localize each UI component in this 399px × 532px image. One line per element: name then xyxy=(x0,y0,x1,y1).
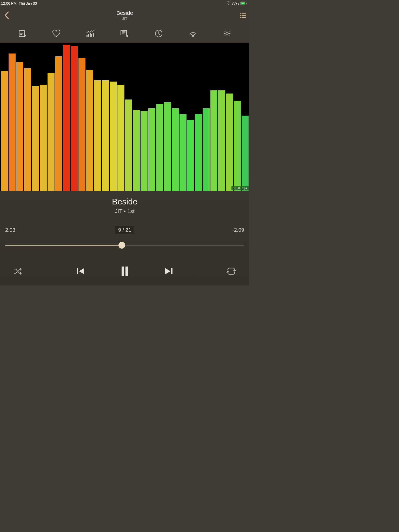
visualizer-bar xyxy=(187,120,194,191)
svg-rect-29 xyxy=(122,267,124,276)
toolbar xyxy=(0,24,249,43)
svg-rect-17 xyxy=(90,33,91,37)
status-time: 12:06 PM xyxy=(1,1,17,5)
visualizer-bar xyxy=(133,110,140,191)
track-title: Beside xyxy=(5,197,244,207)
visualizer-bar xyxy=(110,82,117,191)
visualizer-bar xyxy=(94,80,101,191)
visualizer-bar xyxy=(78,58,85,191)
svg-rect-6 xyxy=(242,15,246,16)
svg-rect-2 xyxy=(247,3,247,4)
audio-visualizer[interactable]: 30.0 fps xyxy=(0,43,249,191)
visualizer-bar xyxy=(102,80,109,191)
now-playing-panel: Beside JIT • 1st 2:03 9 / 21 -2:09 xyxy=(0,191,249,285)
next-button[interactable] xyxy=(157,262,181,280)
svg-rect-19 xyxy=(93,33,94,37)
svg-rect-18 xyxy=(91,34,92,37)
visualizer-bar xyxy=(117,85,124,191)
queue-button[interactable] xyxy=(236,9,249,21)
repeat-button[interactable] xyxy=(222,263,240,279)
visualizer-bar xyxy=(148,108,155,191)
visualizer-bar xyxy=(9,54,16,191)
visualizer-bar xyxy=(195,114,202,191)
settings-button[interactable] xyxy=(221,27,234,40)
visualizer-bar xyxy=(218,90,225,191)
visualizer-bar xyxy=(164,102,171,191)
header-track-title: Beside xyxy=(116,10,133,16)
header-track-subtitle: JIT xyxy=(116,16,133,21)
progress-slider[interactable] xyxy=(5,241,244,249)
back-button[interactable] xyxy=(0,9,13,21)
svg-rect-8 xyxy=(242,17,246,18)
svg-rect-28 xyxy=(77,268,78,274)
battery-icon xyxy=(240,2,247,5)
status-bar: 12:06 PM Thu Jan 30 77% xyxy=(0,0,249,7)
visualizer-bar xyxy=(141,111,148,191)
svg-point-5 xyxy=(240,15,241,16)
visualizer-bar xyxy=(16,62,23,191)
visualizer-bar xyxy=(55,56,62,191)
sleep-timer-button[interactable] xyxy=(152,27,165,40)
shuffle-button[interactable] xyxy=(9,263,27,279)
visualizer-bar xyxy=(203,108,210,191)
airplay-button[interactable] xyxy=(187,27,200,40)
visualizer-bar xyxy=(172,108,179,191)
svg-point-3 xyxy=(240,13,241,14)
visualizer-bar xyxy=(40,85,47,191)
svg-rect-4 xyxy=(242,13,246,14)
previous-button[interactable] xyxy=(69,262,92,280)
track-subtitle: JIT • 1st xyxy=(5,208,244,214)
visualizer-bar xyxy=(210,90,217,191)
visualizer-bar xyxy=(156,104,163,191)
visualizer-bar xyxy=(71,46,78,191)
visualizer-bar xyxy=(226,94,233,191)
svg-rect-31 xyxy=(171,268,172,274)
svg-point-7 xyxy=(240,17,241,18)
favorite-button[interactable] xyxy=(50,27,63,40)
playback-controls xyxy=(5,260,244,285)
equalizer-button[interactable] xyxy=(84,27,97,40)
track-counter[interactable]: 9 / 21 xyxy=(115,226,134,234)
battery-percent: 77% xyxy=(232,1,239,5)
lyrics-button[interactable] xyxy=(118,27,131,40)
header: Beside JIT xyxy=(0,7,249,24)
visualizer-bar xyxy=(125,99,132,191)
visualizer-bar xyxy=(242,116,249,191)
svg-point-26 xyxy=(192,36,193,37)
svg-point-27 xyxy=(226,32,228,35)
status-date: Thu Jan 30 xyxy=(19,1,37,5)
visualizer-bar xyxy=(48,73,55,191)
visualizer-bar xyxy=(63,45,70,191)
svg-rect-16 xyxy=(88,34,89,37)
visualizer-bar xyxy=(32,86,39,191)
visualizer-bar xyxy=(1,71,8,191)
visualizer-bar xyxy=(24,68,31,191)
time-elapsed: 2:03 xyxy=(5,227,36,233)
visualizer-bar xyxy=(234,101,241,191)
svg-rect-15 xyxy=(87,35,88,37)
visualizer-bar xyxy=(86,70,93,191)
pause-button[interactable] xyxy=(113,262,136,280)
svg-rect-30 xyxy=(125,267,128,276)
header-title: Beside JIT xyxy=(116,10,133,21)
fps-counter: 30.0 fps xyxy=(231,186,249,190)
wifi-icon xyxy=(226,1,231,5)
visualizer-bar xyxy=(179,114,187,191)
add-to-playlist-button[interactable] xyxy=(16,27,29,40)
time-remaining: -2:09 xyxy=(213,227,244,233)
